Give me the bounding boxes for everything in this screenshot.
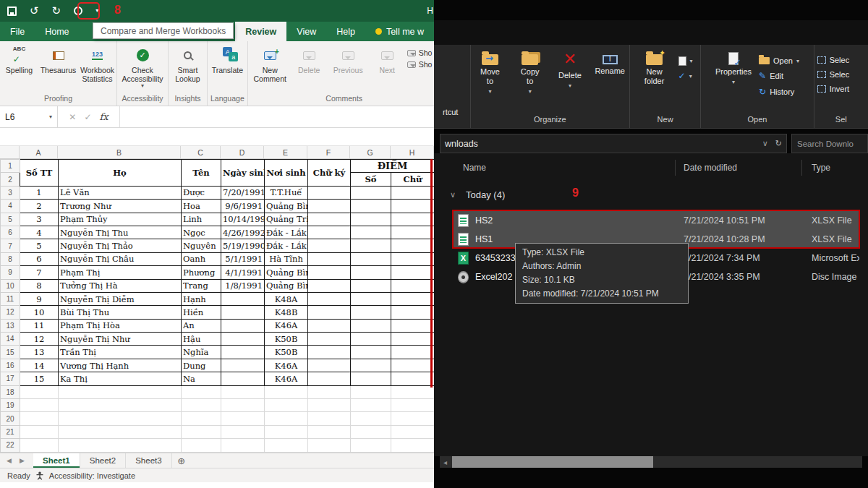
insert-function-icon[interactable]: fx	[99, 111, 108, 122]
cell-empty[interactable]	[391, 385, 435, 398]
cell-diem-so[interactable]	[351, 239, 391, 252]
cell-chu-ky[interactable]	[308, 213, 351, 226]
open-button[interactable]: Open▾	[756, 55, 802, 67]
cell-diem-so[interactable]	[351, 346, 391, 359]
cell-diem-so[interactable]	[351, 266, 391, 279]
row-header-3[interactable]: 3	[1, 186, 20, 199]
cell-stt[interactable]: 2	[20, 200, 59, 213]
row-header-16[interactable]: 16	[1, 359, 20, 372]
cell-chu-ky[interactable]	[308, 292, 351, 305]
cell-diem-so[interactable]	[351, 292, 391, 305]
new-item-button[interactable]: ▾	[676, 55, 696, 67]
address-bar[interactable]: wnloads ∨ ↻	[440, 134, 787, 153]
cell-ten[interactable]: Na	[182, 372, 221, 385]
cell-diem-chu[interactable]	[391, 372, 435, 385]
header-diem[interactable]: ĐIỂM	[351, 160, 435, 173]
cell-empty[interactable]	[308, 412, 351, 425]
row-header-17[interactable]: 17	[1, 372, 20, 385]
row-header-11[interactable]: 11	[1, 292, 20, 305]
cell-ngay-sinh[interactable]: 9/6/1991	[221, 200, 265, 213]
cell-diem-so[interactable]	[351, 319, 391, 332]
cell-chu-ky[interactable]	[308, 200, 351, 213]
cell-stt[interactable]: 12	[20, 333, 59, 346]
history-button[interactable]: ↻History	[756, 85, 802, 98]
tab-file[interactable]: File	[0, 22, 35, 41]
row-header-8[interactable]: 8	[1, 252, 20, 265]
easy-access-button[interactable]: ✓▾	[676, 70, 696, 82]
status-accessibility[interactable]: Accessibility: Investigate	[49, 471, 135, 480]
row-header-10[interactable]: 10	[1, 279, 20, 292]
cell-empty[interactable]	[265, 385, 308, 398]
cell-empty[interactable]	[20, 412, 59, 425]
cell-ten[interactable]: An	[182, 319, 221, 332]
header-noi-sinh[interactable]: Nơi sinh	[265, 160, 308, 187]
collapse-group-icon[interactable]: ∨	[450, 190, 456, 200]
cell-diem-so[interactable]	[351, 306, 391, 319]
column-header-G[interactable]: G	[350, 146, 391, 158]
column-header-H[interactable]: H	[391, 146, 434, 158]
cell-empty[interactable]	[351, 399, 391, 412]
cell-stt[interactable]: 11	[20, 319, 59, 332]
cell-noi-sinh[interactable]: K48B	[265, 306, 308, 319]
cell-empty[interactable]	[59, 412, 182, 425]
cell-diem-chu[interactable]	[391, 306, 435, 319]
cell-ten[interactable]: Ngọc	[182, 226, 221, 239]
header-chu-ky[interactable]: Chữ ký	[308, 160, 351, 187]
cell-ten[interactable]: Trang	[182, 279, 221, 292]
new-folder-button[interactable]: ✦ New folder	[635, 48, 674, 86]
cell-ngay-sinh[interactable]: 7/20/1991	[221, 186, 265, 199]
cell-ten[interactable]: Linh	[182, 213, 221, 226]
cell-stt[interactable]: 9	[20, 292, 59, 305]
cell-diem-so[interactable]	[351, 213, 391, 226]
cell-ho[interactable]: Nguyễn Thị Thảo	[59, 239, 182, 252]
cell-empty[interactable]	[20, 385, 59, 398]
cell-empty[interactable]	[391, 412, 435, 425]
cell-ten[interactable]: Hạnh	[182, 292, 221, 305]
row-header-1[interactable]: 1	[1, 160, 20, 173]
cell-ngay-sinh[interactable]	[221, 292, 265, 305]
formula-input[interactable]	[120, 106, 434, 127]
row-header-18[interactable]: 18	[1, 385, 20, 398]
cell-ten[interactable]: Nghĩa	[182, 346, 221, 359]
cell-chu-ky[interactable]	[308, 226, 351, 239]
cell-ten[interactable]: Dung	[182, 359, 221, 372]
cell-empty[interactable]	[59, 385, 182, 398]
cell-empty[interactable]	[265, 399, 308, 412]
cell-diem-chu[interactable]	[391, 266, 435, 279]
cell-diem-so[interactable]	[351, 252, 391, 265]
select-none-button[interactable]: Selec	[814, 69, 853, 80]
cell-diem-so[interactable]	[351, 200, 391, 213]
header-ho[interactable]: Họ	[59, 160, 182, 187]
workbook-statistics-button[interactable]: 123 Workbook Statistics	[78, 44, 116, 83]
cell-ngay-sinh[interactable]: 4/26/1992	[221, 226, 265, 239]
cell-chu-ky[interactable]	[308, 186, 351, 199]
header-ngay-sinh[interactable]: Ngày sinh	[221, 160, 265, 187]
cell-empty[interactable]	[391, 439, 435, 452]
cell-diem-chu[interactable]	[391, 200, 435, 213]
cell-ngay-sinh[interactable]: 1/8/1991	[221, 279, 265, 292]
cell-ho[interactable]: Nguyễn Thị Diễm	[59, 292, 182, 305]
row-header-19[interactable]: 19	[1, 399, 20, 412]
cell-stt[interactable]: 8	[20, 279, 59, 292]
cell-empty[interactable]	[221, 385, 265, 398]
cell-empty[interactable]	[391, 425, 435, 438]
cell-diem-chu[interactable]	[391, 346, 435, 359]
cell-ho[interactable]: Bùi Thị Thu	[59, 306, 182, 319]
cell-empty[interactable]	[265, 412, 308, 425]
cell-ho[interactable]: Phạm Thủy	[59, 213, 182, 226]
row-header-22[interactable]: 22	[1, 439, 20, 452]
cell-diem-chu[interactable]	[391, 319, 435, 332]
cell-ho[interactable]: Ka Thị	[59, 372, 182, 385]
column-header-type[interactable]: Type	[812, 163, 830, 173]
cell-diem-so[interactable]	[351, 372, 391, 385]
prev-sheet-icon[interactable]: ◀	[7, 457, 12, 464]
delete-button[interactable]: ✕ Delete ▾	[550, 48, 589, 89]
search-box[interactable]: Search Downlo	[791, 134, 868, 153]
cell-diem-so[interactable]	[351, 279, 391, 292]
undo-icon[interactable]: ↺	[30, 6, 39, 17]
cell-empty[interactable]	[308, 385, 351, 398]
cell-empty[interactable]	[221, 399, 265, 412]
cell-diem-so[interactable]	[351, 186, 391, 199]
cell-noi-sinh[interactable]: K46A	[265, 359, 308, 372]
cell-noi-sinh[interactable]: K46A	[265, 372, 308, 385]
